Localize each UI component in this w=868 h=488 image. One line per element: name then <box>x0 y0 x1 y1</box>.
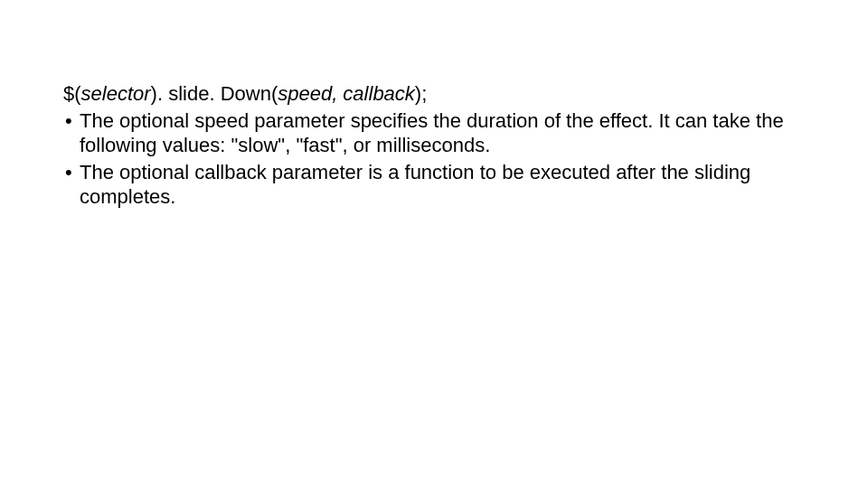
bullet-text: The optional speed parameter specifies t… <box>80 108 805 158</box>
syntax-params: speed, callback <box>278 82 415 105</box>
bullet-text: The optional callback parameter is a fun… <box>80 160 805 210</box>
bullet-item: • The optional callback parameter is a f… <box>63 160 805 210</box>
syntax-text-1: $( <box>63 82 81 105</box>
bullet-icon: • <box>63 108 80 134</box>
syntax-selector: selector <box>81 82 151 105</box>
syntax-text-2: ). slide. Down( <box>151 82 278 105</box>
bullet-icon: • <box>63 160 80 185</box>
syntax-text-3: ); <box>415 82 427 105</box>
syntax-line: $(selector). slide. Down(speed, callback… <box>63 81 805 107</box>
bullet-item: • The optional speed parameter specifies… <box>63 108 805 158</box>
